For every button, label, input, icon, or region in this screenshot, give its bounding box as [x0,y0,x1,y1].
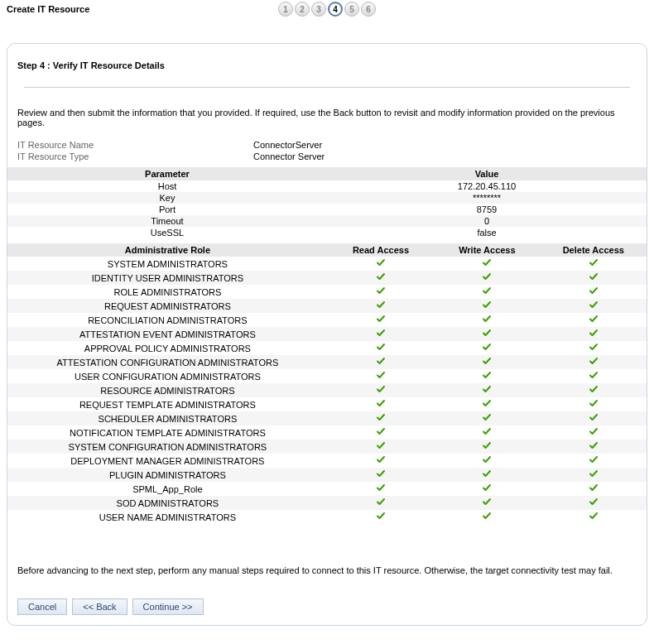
param-row: Port8759 [7,204,647,215]
continue-button[interactable]: Continue >> [132,598,204,615]
check-icon [482,315,492,326]
instruction-text: Review and then submit the information t… [7,108,647,139]
role-write-access [434,397,540,411]
check-icon [482,258,492,270]
check-icon [482,399,492,411]
step-5[interactable]: 5 [344,2,359,17]
role-name: IDENTITY USER ADMINISTRATORS [7,271,328,285]
role-name: SPML_App_Role [7,482,328,496]
role-read-access [328,369,434,383]
check-icon [376,272,386,284]
role-row: ROLE ADMINISTRATORS [7,285,647,299]
role-delete-access [541,454,647,468]
role-name: PLUGIN ADMINISTRATORS [7,468,328,482]
role-write-access [434,468,540,482]
check-icon [482,413,492,425]
role-read-access [328,355,434,369]
role-write-access [434,383,540,397]
check-icon [376,469,386,481]
check-icon [482,371,492,382]
check-icon [482,385,492,396]
check-icon [376,385,386,396]
check-icon [376,300,386,312]
resource-type-value: Connector Server [253,151,325,162]
check-icon [482,272,492,284]
step-4: 4 [328,2,343,17]
divider [24,87,630,88]
param-row: Timeout0 [7,215,647,227]
check-icon [482,329,492,340]
check-icon [589,455,599,467]
check-icon [589,469,599,481]
role-name: NOTIFICATION TEMPLATE ADMINISTRATORS [7,425,328,440]
check-icon [482,343,492,354]
role-write-access [434,299,540,313]
role-read-access [328,271,434,285]
role-delete-access [541,440,647,454]
check-icon [589,272,599,284]
check-icon [589,371,599,382]
cancel-button[interactable]: Cancel [17,598,67,615]
check-icon [589,385,599,396]
role-read-access [328,383,434,397]
role-name: ATTESTATION CONFIGURATION ADMINISTRATORS [7,355,328,369]
check-icon [589,399,599,411]
role-read-access [328,285,434,299]
check-icon [482,455,492,467]
check-icon [482,357,492,368]
role-row: PLUGIN ADMINISTRATORS [7,468,647,482]
role-name: DEPLOYMENT MANAGER ADMINISTRATORS [7,454,328,468]
check-icon [376,441,386,453]
check-icon [482,483,492,495]
param-row: Key******** [7,192,647,204]
step-3[interactable]: 3 [311,2,326,17]
role-row: DEPLOYMENT MANAGER ADMINISTRATORS [7,454,647,468]
role-row: USER NAME ADMINISTRATORS [7,510,647,524]
check-icon [589,286,599,298]
role-name: APPROVAL POLICY ADMINISTRATORS [7,341,328,355]
role-write-access [434,355,540,369]
step-6[interactable]: 6 [361,2,376,17]
role-delete-access [541,425,647,440]
role-row: ATTESTATION EVENT ADMINISTRATORS [7,327,647,341]
back-button[interactable]: << Back [72,598,127,615]
role-delete-access [541,271,647,285]
check-icon [589,315,599,326]
role-header-name: Administrative Role [7,243,328,257]
role-name: ATTESTATION EVENT ADMINISTRATORS [7,327,328,341]
role-row: APPROVAL POLICY ADMINISTRATORS [7,341,647,355]
check-icon [376,427,386,439]
role-write-access [434,482,540,496]
role-name: USER CONFIGURATION ADMINISTRATORS [7,369,328,383]
role-name: SOD ADMINISTRATORS [7,496,328,510]
param-name: UseSSL [7,227,327,238]
role-row: NOTIFICATION TEMPLATE ADMINISTRATORS [7,425,647,440]
step-2[interactable]: 2 [295,2,310,17]
role-name: SYSTEM CONFIGURATION ADMINISTRATORS [7,440,328,454]
check-icon [482,286,492,298]
step-heading: Step 4 : Verify IT Resource Details [7,60,647,79]
role-write-access [434,369,540,383]
param-name: Port [7,204,327,215]
role-write-access [434,271,540,285]
check-icon [376,315,386,326]
role-write-access [434,257,540,271]
check-icon [589,357,599,368]
role-row: REQUEST TEMPLATE ADMINISTRATORS [7,397,647,411]
check-icon [376,512,386,523]
role-header-write: Write Access [434,243,540,257]
role-read-access [328,327,434,341]
role-write-access [434,454,540,468]
role-header-read: Read Access [328,243,434,257]
role-delete-access [541,397,647,411]
role-row: RESOURCE ADMINISTRATORS [7,383,647,397]
role-row: ATTESTATION CONFIGURATION ADMINISTRATORS [7,355,647,369]
param-row: UseSSLfalse [7,227,647,238]
check-icon [589,300,599,312]
role-read-access [328,411,434,425]
role-name: RESOURCE ADMINISTRATORS [7,383,328,397]
param-header-value: Value [327,167,647,180]
step-1[interactable]: 1 [278,2,293,17]
check-icon [376,357,386,368]
check-icon [589,497,599,509]
